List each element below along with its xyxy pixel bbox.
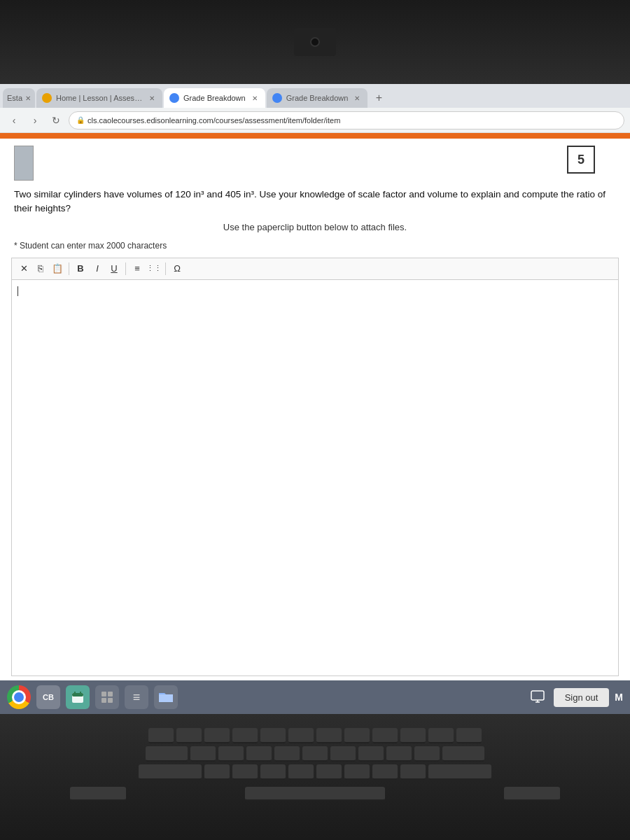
reload-button[interactable]: ↻ bbox=[48, 112, 64, 129]
enter-key[interactable] bbox=[428, 764, 491, 780]
key[interactable] bbox=[176, 728, 202, 743]
cb-taskbar-icon[interactable]: CB bbox=[36, 685, 60, 709]
folder-taskbar-icon[interactable] bbox=[154, 685, 178, 709]
key[interactable] bbox=[146, 746, 188, 762]
key[interactable] bbox=[344, 764, 370, 780]
tab-grade2-close[interactable]: ✕ bbox=[352, 93, 362, 103]
forward-button[interactable]: › bbox=[27, 112, 43, 129]
key[interactable] bbox=[414, 746, 440, 762]
svg-rect-8 bbox=[531, 691, 544, 700]
question-number-box: 5 bbox=[567, 146, 595, 174]
tab-bar: Esta ✕ Home | Lesson | Assessment I ✕ Gr… bbox=[0, 84, 630, 108]
key[interactable] bbox=[274, 746, 300, 762]
key[interactable] bbox=[302, 746, 328, 762]
caps-lock-key[interactable] bbox=[139, 764, 202, 780]
rte-copy-button[interactable]: ⎘ bbox=[33, 261, 48, 276]
key[interactable] bbox=[260, 728, 286, 743]
chrome-taskbar-icon[interactable] bbox=[7, 685, 31, 709]
screen: Esta ✕ Home | Lesson | Assessment I ✕ Gr… bbox=[0, 84, 630, 714]
tab-grade1[interactable]: Grade Breakdown ✕ bbox=[164, 88, 265, 108]
tab-grade2[interactable]: Grade Breakdown ✕ bbox=[267, 88, 368, 108]
key[interactable] bbox=[456, 728, 482, 743]
key[interactable] bbox=[372, 764, 398, 780]
key[interactable] bbox=[190, 746, 216, 762]
lock-icon: 🔒 bbox=[76, 116, 85, 124]
key[interactable] bbox=[288, 728, 314, 743]
taskbar-right: Sign out M bbox=[527, 687, 623, 708]
rte-cut-button[interactable]: ✕ bbox=[16, 261, 31, 276]
instruction-text: Use the paperclip button below to attach… bbox=[14, 222, 616, 232]
question-number: 5 bbox=[578, 153, 584, 167]
rte-special-char-button[interactable]: Ω bbox=[169, 261, 185, 276]
taskbar: CB ≡ bbox=[0, 680, 630, 714]
rte-italic-button[interactable]: I bbox=[90, 261, 105, 276]
key[interactable] bbox=[232, 728, 258, 743]
address-bar: ‹ › ↻ 🔒 cls.caolecourses.edisonlearning.… bbox=[0, 108, 630, 133]
tab-grade2-favicon bbox=[272, 93, 282, 103]
key[interactable] bbox=[344, 728, 370, 743]
svg-rect-7 bbox=[108, 698, 113, 703]
key[interactable] bbox=[442, 746, 484, 762]
key[interactable] bbox=[288, 764, 314, 780]
question-area: Two similar cylinders have volumes of 12… bbox=[0, 181, 630, 216]
svg-rect-6 bbox=[102, 698, 106, 703]
key[interactable] bbox=[204, 728, 230, 743]
rte-separator-2 bbox=[125, 262, 126, 275]
key[interactable] bbox=[330, 746, 356, 762]
key[interactable] bbox=[428, 728, 454, 743]
tab-esta[interactable]: Esta ✕ bbox=[3, 88, 35, 108]
key[interactable] bbox=[260, 764, 286, 780]
shift-left-key[interactable] bbox=[70, 787, 126, 801]
key[interactable] bbox=[148, 728, 174, 743]
key[interactable] bbox=[218, 746, 244, 762]
key[interactable] bbox=[232, 764, 258, 780]
tab-grade2-label: Grade Breakdown bbox=[286, 94, 349, 102]
tab-esta-close[interactable]: ✕ bbox=[25, 94, 31, 102]
key[interactable] bbox=[316, 764, 342, 780]
calendar-taskbar-icon[interactable] bbox=[66, 685, 90, 709]
url-bar[interactable]: 🔒 cls.caolecourses.edisonlearning.com/co… bbox=[69, 111, 624, 130]
question-text: Two similar cylinders have volumes of 12… bbox=[14, 188, 616, 216]
space-key[interactable] bbox=[245, 787, 385, 801]
key[interactable] bbox=[358, 746, 384, 762]
rte-paste-button[interactable]: 📋 bbox=[50, 261, 65, 276]
tab-home-close[interactable]: ✕ bbox=[147, 93, 157, 103]
rte-cursor bbox=[18, 286, 18, 296]
rte-ordered-list-button[interactable]: ⋮⋮ bbox=[146, 261, 162, 276]
shift-right-key[interactable] bbox=[504, 787, 560, 801]
rte-body[interactable] bbox=[12, 280, 618, 676]
key[interactable] bbox=[400, 764, 426, 780]
rte-bold-button[interactable]: B bbox=[73, 261, 88, 276]
tab-home-favicon bbox=[42, 93, 52, 103]
tab-grade1-close[interactable]: ✕ bbox=[250, 93, 260, 103]
page-content: 5 Two similar cylinders have volumes of … bbox=[0, 139, 630, 680]
doc-taskbar-icon[interactable]: ≡ bbox=[125, 685, 148, 709]
key[interactable] bbox=[246, 746, 272, 762]
browser-window: Esta ✕ Home | Lesson | Assessment I ✕ Gr… bbox=[0, 84, 630, 714]
key[interactable] bbox=[386, 746, 412, 762]
rte-separator-1 bbox=[69, 262, 69, 275]
tab-home[interactable]: Home | Lesson | Assessment I ✕ bbox=[36, 88, 162, 108]
tab-esta-label: Esta bbox=[7, 94, 22, 102]
laptop-bottom-bezel bbox=[0, 714, 630, 840]
grid-taskbar-icon[interactable] bbox=[95, 685, 119, 709]
sign-out-button[interactable]: Sign out bbox=[554, 688, 610, 707]
keyboard-row-3 bbox=[42, 764, 588, 780]
rte-list-button[interactable]: ≡ bbox=[130, 261, 145, 276]
url-text: cls.caolecourses.edisonlearning.com/cour… bbox=[88, 116, 340, 125]
new-tab-button[interactable]: + bbox=[369, 88, 388, 108]
key[interactable] bbox=[400, 728, 426, 743]
key[interactable] bbox=[316, 728, 342, 743]
back-button[interactable]: ‹ bbox=[6, 112, 22, 129]
sidebar-indicator bbox=[14, 146, 34, 181]
key[interactable] bbox=[372, 728, 398, 743]
key[interactable] bbox=[204, 764, 230, 780]
tab-home-label: Home | Lesson | Assessment I bbox=[56, 94, 143, 102]
rte-separator-3 bbox=[165, 262, 166, 275]
keyboard-row-1 bbox=[42, 728, 588, 743]
rte-toolbar: ✕ ⎘ 📋 B I U ≡ ⋮⋮ Ω bbox=[12, 258, 618, 280]
rte-underline-button[interactable]: U bbox=[106, 261, 122, 276]
rich-text-editor: ✕ ⎘ 📋 B I U ≡ ⋮⋮ Ω bbox=[11, 258, 619, 677]
monitor-icon[interactable] bbox=[527, 687, 548, 708]
keyboard-area bbox=[0, 714, 630, 808]
